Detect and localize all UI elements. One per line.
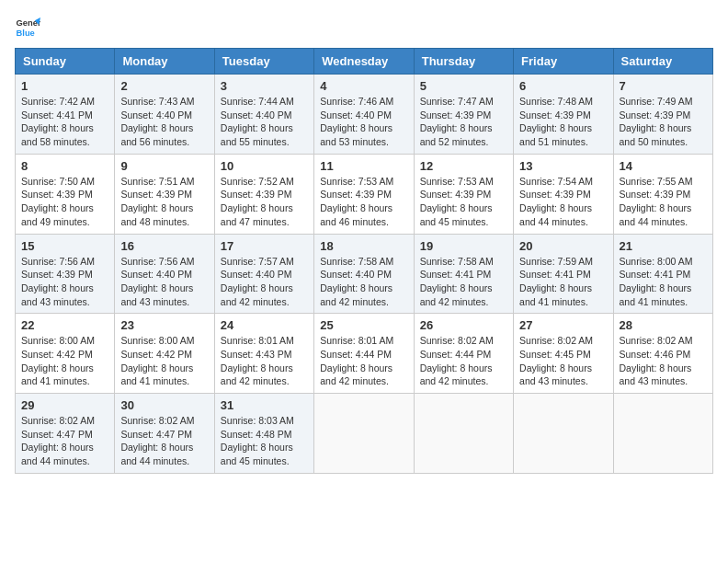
day-detail: Sunrise: 8:01 AMSunset: 4:43 PMDaylight:… [221,334,308,388]
day-detail: Sunrise: 7:48 AMSunset: 4:39 PMDaylight:… [519,95,607,149]
weekday-header: Tuesday [214,49,313,75]
day-detail: Sunrise: 8:01 AMSunset: 4:44 PMDaylight:… [320,334,407,388]
calendar-cell: 1Sunrise: 7:42 AMSunset: 4:41 PMDaylight… [16,75,115,155]
calendar-cell: 29Sunrise: 8:02 AMSunset: 4:47 PMDayligh… [16,394,115,474]
calendar-cell: 11Sunrise: 7:53 AMSunset: 4:39 PMDayligh… [314,154,414,234]
logo: General Blue [15,15,44,40]
calendar-cell: 25Sunrise: 8:01 AMSunset: 4:44 PMDayligh… [314,314,414,394]
day-detail: Sunrise: 7:58 AMSunset: 4:41 PMDaylight:… [420,255,507,309]
calendar-cell: 22Sunrise: 8:00 AMSunset: 4:42 PMDayligh… [16,314,115,394]
calendar-week-row: 8Sunrise: 7:50 AMSunset: 4:39 PMDaylight… [16,154,713,234]
day-number: 5 [420,79,507,93]
calendar-cell: 10Sunrise: 7:52 AMSunset: 4:39 PMDayligh… [214,154,313,234]
calendar-table: SundayMondayTuesdayWednesdayThursdayFrid… [15,48,713,474]
day-detail: Sunrise: 8:00 AMSunset: 4:41 PMDaylight:… [620,255,707,309]
day-number: 25 [320,318,407,332]
calendar-cell: 20Sunrise: 7:59 AMSunset: 4:41 PMDayligh… [514,234,613,314]
day-number: 3 [221,79,308,93]
calendar-cell: 15Sunrise: 7:56 AMSunset: 4:39 PMDayligh… [16,234,115,314]
day-detail: Sunrise: 8:02 AMSunset: 4:45 PMDaylight:… [519,334,607,388]
day-number: 10 [221,159,308,173]
calendar-week-row: 22Sunrise: 8:00 AMSunset: 4:42 PMDayligh… [16,314,713,394]
calendar-cell: 24Sunrise: 8:01 AMSunset: 4:43 PMDayligh… [214,314,313,394]
calendar-week-row: 29Sunrise: 8:02 AMSunset: 4:47 PMDayligh… [16,394,713,474]
weekday-header: Sunday [16,49,115,75]
calendar-cell: 31Sunrise: 8:03 AMSunset: 4:48 PMDayligh… [214,394,313,474]
day-detail: Sunrise: 7:49 AMSunset: 4:39 PMDaylight:… [620,95,707,149]
day-number: 21 [620,239,707,253]
day-detail: Sunrise: 8:02 AMSunset: 4:44 PMDaylight:… [420,334,507,388]
day-detail: Sunrise: 8:00 AMSunset: 4:42 PMDaylight:… [120,334,208,388]
day-number: 23 [120,318,208,332]
day-detail: Sunrise: 7:55 AMSunset: 4:39 PMDaylight:… [620,175,707,229]
calendar-cell: 3Sunrise: 7:44 AMSunset: 4:40 PMDaylight… [214,75,313,155]
calendar-cell: 13Sunrise: 7:54 AMSunset: 4:39 PMDayligh… [514,154,613,234]
calendar-cell: 6Sunrise: 7:48 AMSunset: 4:39 PMDaylight… [514,75,613,155]
day-detail: Sunrise: 7:44 AMSunset: 4:40 PMDaylight:… [221,95,308,149]
logo-icon: General Blue [15,15,40,40]
calendar-cell [314,394,414,474]
weekday-header: Saturday [613,49,712,75]
day-number: 28 [620,318,707,332]
svg-text:Blue: Blue [17,29,35,38]
day-number: 26 [420,318,507,332]
day-number: 27 [519,318,607,332]
day-detail: Sunrise: 7:52 AMSunset: 4:39 PMDaylight:… [221,175,308,229]
day-number: 6 [519,79,607,93]
day-detail: Sunrise: 7:50 AMSunset: 4:39 PMDaylight:… [21,175,108,229]
weekday-header: Thursday [414,49,513,75]
page-header: General Blue [15,15,713,40]
calendar-cell: 9Sunrise: 7:51 AMSunset: 4:39 PMDaylight… [115,154,214,234]
day-number: 8 [21,159,108,173]
day-number: 20 [519,239,607,253]
calendar-week-row: 1Sunrise: 7:42 AMSunset: 4:41 PMDaylight… [16,75,713,155]
calendar-cell: 23Sunrise: 8:00 AMSunset: 4:42 PMDayligh… [115,314,214,394]
day-number: 19 [420,239,507,253]
day-number: 9 [120,159,208,173]
day-detail: Sunrise: 7:56 AMSunset: 4:40 PMDaylight:… [120,255,208,309]
day-number: 7 [620,79,707,93]
day-detail: Sunrise: 8:02 AMSunset: 4:47 PMDaylight:… [21,414,108,468]
day-detail: Sunrise: 7:57 AMSunset: 4:40 PMDaylight:… [221,255,308,309]
calendar-cell: 2Sunrise: 7:43 AMSunset: 4:40 PMDaylight… [115,75,214,155]
calendar-cell: 17Sunrise: 7:57 AMSunset: 4:40 PMDayligh… [214,234,313,314]
calendar-cell: 5Sunrise: 7:47 AMSunset: 4:39 PMDaylight… [414,75,513,155]
day-number: 22 [21,318,108,332]
day-number: 15 [21,239,108,253]
weekday-header: Friday [514,49,613,75]
day-number: 11 [320,159,407,173]
day-detail: Sunrise: 7:42 AMSunset: 4:41 PMDaylight:… [21,95,108,149]
weekday-header: Monday [115,49,214,75]
day-number: 4 [320,79,407,93]
calendar-cell: 27Sunrise: 8:02 AMSunset: 4:45 PMDayligh… [514,314,613,394]
calendar-cell: 8Sunrise: 7:50 AMSunset: 4:39 PMDaylight… [16,154,115,234]
day-detail: Sunrise: 7:53 AMSunset: 4:39 PMDaylight:… [420,175,507,229]
weekday-header: Wednesday [314,49,414,75]
calendar-cell [613,394,712,474]
calendar-cell: 4Sunrise: 7:46 AMSunset: 4:40 PMDaylight… [314,75,414,155]
calendar-cell: 28Sunrise: 8:02 AMSunset: 4:46 PMDayligh… [613,314,712,394]
calendar-cell: 12Sunrise: 7:53 AMSunset: 4:39 PMDayligh… [414,154,513,234]
day-detail: Sunrise: 8:02 AMSunset: 4:47 PMDaylight:… [120,414,208,468]
day-detail: Sunrise: 7:51 AMSunset: 4:39 PMDaylight:… [120,175,208,229]
day-number: 13 [519,159,607,173]
day-detail: Sunrise: 8:03 AMSunset: 4:48 PMDaylight:… [221,414,308,468]
calendar-week-row: 15Sunrise: 7:56 AMSunset: 4:39 PMDayligh… [16,234,713,314]
day-number: 17 [221,239,308,253]
calendar-cell: 18Sunrise: 7:58 AMSunset: 4:40 PMDayligh… [314,234,414,314]
day-number: 18 [320,239,407,253]
day-number: 29 [21,398,108,412]
day-number: 24 [221,318,308,332]
day-number: 1 [21,79,108,93]
day-detail: Sunrise: 7:58 AMSunset: 4:40 PMDaylight:… [320,255,407,309]
day-detail: Sunrise: 7:53 AMSunset: 4:39 PMDaylight:… [320,175,407,229]
day-number: 16 [120,239,208,253]
day-number: 12 [420,159,507,173]
day-number: 14 [620,159,707,173]
calendar-cell [414,394,513,474]
day-detail: Sunrise: 7:59 AMSunset: 4:41 PMDaylight:… [519,255,607,309]
calendar-cell: 26Sunrise: 8:02 AMSunset: 4:44 PMDayligh… [414,314,513,394]
day-detail: Sunrise: 8:02 AMSunset: 4:46 PMDaylight:… [620,334,707,388]
day-detail: Sunrise: 8:00 AMSunset: 4:42 PMDaylight:… [21,334,108,388]
day-detail: Sunrise: 7:46 AMSunset: 4:40 PMDaylight:… [320,95,407,149]
